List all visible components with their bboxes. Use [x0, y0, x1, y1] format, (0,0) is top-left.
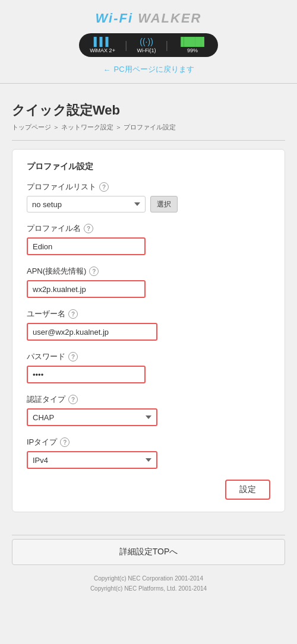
- auth-type-group: 認証タイプ ? CHAP PAP None: [27, 394, 270, 426]
- header-divider: [0, 83, 297, 84]
- page-wrapper: Wi-Fi WALKER ▌▌▌ WiMAX 2+ | ((·)) Wi-Fi(…: [0, 0, 297, 644]
- profile-name-group: プロファイル名 ?: [27, 223, 270, 255]
- copyright-line2: Copyright(c) NEC Platforms, Ltd. 2001-20…: [12, 583, 285, 594]
- profile-list-row: no setup 選択: [27, 196, 270, 212]
- page-title: クイック設定Web: [12, 101, 285, 119]
- form-card-title: プロファイル設定: [27, 161, 270, 172]
- wimax-label: WiMAX 2+: [90, 47, 115, 53]
- footer-copyright: Copyright(c) NEC Corporation 2001-2014 C…: [12, 573, 285, 594]
- apn-input[interactable]: [27, 280, 146, 298]
- ip-type-label: IPタイプ ?: [27, 437, 270, 448]
- logo-wifi: Wi-Fi: [95, 11, 133, 26]
- submit-button[interactable]: 設定: [225, 480, 270, 500]
- username-label: ユーザー名 ?: [27, 309, 270, 319]
- password-label: パスワード ?: [27, 351, 270, 362]
- profile-list-select[interactable]: no setup: [27, 196, 146, 212]
- apn-group: APN(接続先情報) ?: [27, 266, 270, 298]
- back-arrow: ←: [103, 65, 110, 74]
- profile-list-help-icon[interactable]: ?: [99, 182, 109, 192]
- header: Wi-Fi WALKER ▌▌▌ WiMAX 2+ | ((·)) Wi-Fi(…: [0, 0, 297, 93]
- content-divider: [12, 140, 285, 141]
- apn-help-icon[interactable]: ?: [89, 267, 99, 276]
- footer-divider: [12, 535, 285, 535]
- auth-type-select[interactable]: CHAP PAP None: [27, 408, 157, 426]
- footer-top-btn[interactable]: 詳細設定TOPへ: [12, 539, 285, 565]
- main-content: クイック設定Web トップページ ＞ ネットワーク設定 ＞ プロファイル設定 プ…: [0, 93, 297, 522]
- password-group: パスワード ?: [27, 351, 270, 383]
- wifi-label: Wi-Fi(1): [137, 47, 156, 53]
- logo-walker: WALKER: [138, 11, 201, 26]
- profile-name-label: プロファイル名 ?: [27, 223, 270, 234]
- status-bar: ▌▌▌ WiMAX 2+ | ((·)) Wi-Fi(1) | ▐███▌ 99…: [79, 33, 218, 57]
- ip-type-help-icon[interactable]: ?: [60, 437, 69, 447]
- wifi-icon: ((·)): [140, 37, 153, 46]
- username-help-icon[interactable]: ?: [68, 309, 78, 319]
- profile-list-label: プロファイルリスト ?: [27, 182, 270, 192]
- battery-label: 99%: [187, 47, 198, 53]
- auth-type-help-icon[interactable]: ?: [68, 395, 78, 404]
- divider1: |: [125, 39, 128, 52]
- wimax-icon: ▌▌▌: [94, 37, 112, 46]
- password-help-icon[interactable]: ?: [68, 352, 78, 361]
- breadcrumb: トップページ ＞ ネットワーク設定 ＞ プロファイル設定: [12, 123, 285, 132]
- username-input[interactable]: [27, 323, 157, 341]
- status-wimax: ▌▌▌ WiMAX 2+: [90, 37, 115, 53]
- profile-list-group: プロファイルリスト ? no setup 選択: [27, 182, 270, 212]
- profile-name-input[interactable]: [27, 237, 146, 255]
- footer-area: 詳細設定TOPへ Copyright(c) NEC Corporation 20…: [0, 531, 297, 594]
- back-link-text: PC用ページに戻ります: [113, 64, 194, 75]
- copyright-line1: Copyright(c) NEC Corporation 2001-2014: [12, 573, 285, 583]
- password-input[interactable]: [27, 366, 146, 383]
- profile-list-select-btn[interactable]: 選択: [150, 196, 178, 212]
- auth-type-label: 認証タイプ ?: [27, 394, 270, 405]
- profile-name-help-icon[interactable]: ?: [84, 224, 93, 233]
- logo: Wi-Fi WALKER: [95, 11, 201, 26]
- back-link[interactable]: ← PC用ページに戻ります: [103, 64, 194, 75]
- form-card: プロファイル設定 プロファイルリスト ? no setup 選択 プロファイル名: [12, 149, 285, 512]
- submit-row: 設定: [27, 480, 270, 500]
- status-wifi: ((·)) Wi-Fi(1): [137, 37, 156, 53]
- ip-type-group: IPタイプ ? IPv4 IPv6 IPv4v6: [27, 437, 270, 469]
- battery-icon: ▐███▌: [178, 37, 207, 46]
- apn-label: APN(接続先情報) ?: [27, 266, 270, 277]
- status-battery: ▐███▌ 99%: [178, 37, 207, 53]
- ip-type-select[interactable]: IPv4 IPv6 IPv4v6: [27, 451, 157, 469]
- divider2: |: [166, 39, 169, 52]
- username-group: ユーザー名 ?: [27, 309, 270, 341]
